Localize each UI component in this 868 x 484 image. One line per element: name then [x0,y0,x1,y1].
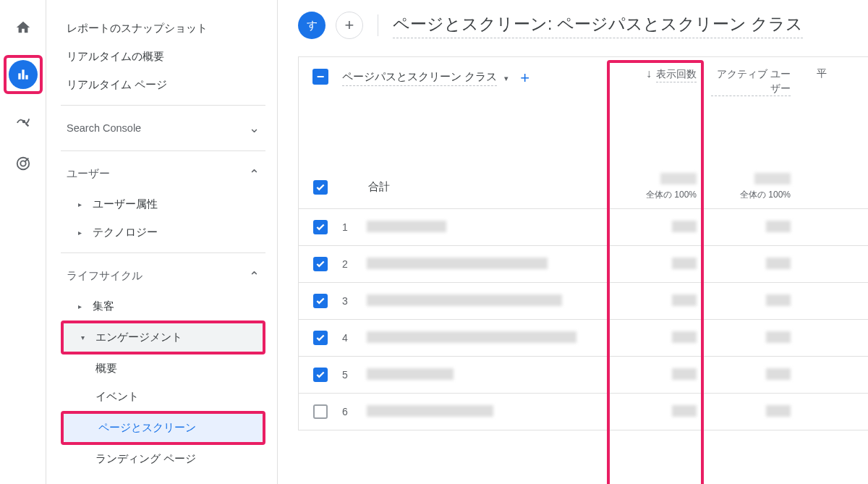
total-label: 合計 [342,180,610,194]
row-metric-2 [704,368,798,382]
home-icon[interactable] [9,13,38,42]
svg-point-3 [22,121,25,123]
section-search-console[interactable]: Search Console ⌄ [61,111,265,145]
main-content: す + ページとスクリーン: ページパスとスクリーン クラス − ページパスとス… [278,0,868,484]
table-row: 5 [299,357,868,394]
segment-chip[interactable]: す [298,12,326,39]
dropdown-caret-icon: ▾ [504,74,509,83]
nav-snapshot[interactable]: レポートのスナップショット [61,14,265,43]
row-checkbox[interactable] [313,257,328,271]
row-dimension[interactable] [367,405,610,419]
table-body: 123456 [299,209,868,430]
chevron-up-icon: ⌄ [249,166,260,182]
table-row: 3 [299,283,868,320]
row-metric-2 [704,221,798,234]
row-metric-2 [704,258,798,271]
row-index: 1 [342,221,367,233]
add-segment-button[interactable]: + [336,12,363,39]
row-dimension[interactable] [367,221,610,234]
title-bar: す + ページとスクリーン: ページパスとスクリーン クラス [278,0,868,56]
nav-overview[interactable]: 概要 [61,354,265,383]
sidebar: レポートのスナップショット リアルタイムの概要 リアルタイム ページ Searc… [46,0,278,484]
total-row: 合計 全体の 100% 全体の 100% [299,173,868,201]
highlight-box [607,60,704,484]
triangle-right-icon: ▸ [78,302,85,310]
triangle-right-icon: ▸ [78,200,85,208]
section-lifecycle[interactable]: ライフサイクル ⌄ [61,259,265,292]
nav-rail [0,0,46,484]
row-checkbox[interactable] [313,331,328,345]
row-index: 6 [342,406,367,417]
row-index: 4 [342,332,367,344]
row-checkbox[interactable] [313,220,328,234]
metric-partial-header: 平 [798,67,827,80]
row-dimension[interactable] [367,368,610,382]
section-label: Search Console [67,122,141,134]
row-dimension[interactable] [367,294,610,308]
row-index: 2 [342,258,367,270]
table-header: − ページパスとスクリーン クラス ▾ + ↓ 表示回数 アクティブ ユーザー … [299,57,868,209]
row-index: 3 [342,295,367,307]
row-metric-2 [704,294,798,308]
page-title: ページとスクリーン: ページパスとスクリーン クラス [393,13,803,38]
row-checkbox[interactable] [313,404,328,419]
nav-engagement[interactable]: ▾ エンゲージメント [64,323,263,352]
nav-acquisition[interactable]: ▸ 集客 [61,292,265,320]
chevron-up-icon: ⌄ [249,268,260,284]
svg-point-5 [20,161,25,166]
section-label: ライフサイクル [67,269,142,283]
table-row: 4 [299,320,868,357]
table-row: 6 [299,394,868,430]
explore-icon[interactable] [9,107,38,136]
row-dimension[interactable] [367,258,610,271]
total-metric-1: 全体の 100% [610,173,704,201]
row-dimension[interactable] [367,331,610,345]
row-checkbox[interactable] [313,368,328,382]
triangle-right-icon: ▸ [78,229,85,237]
metric-active-users-header[interactable]: アクティブ ユーザー [704,67,798,96]
nav-landing[interactable]: ランディング ページ [61,445,265,473]
total-metric-2: 全体の 100% [704,173,798,201]
nav-events[interactable]: イベント [61,383,265,411]
total-checkbox[interactable] [313,180,328,195]
dimension-selector[interactable]: ページパスとスクリーン クラス ▾ + [342,67,610,88]
row-checkbox[interactable] [313,294,328,308]
section-label: ユーザー [67,167,110,181]
nav-user-attributes[interactable]: ▸ ユーザー属性 [61,190,265,218]
chevron-down-icon: ⌄ [249,120,260,136]
section-user[interactable]: ユーザー ⌄ [61,157,265,190]
advertising-icon[interactable] [9,149,38,178]
table-row: 2 [299,246,868,283]
row-metric-2 [704,405,798,419]
triangle-down-icon: ▾ [81,334,88,341]
row-index: 5 [342,369,367,381]
separator [378,14,378,36]
reports-icon[interactable] [9,60,38,89]
nav-realtime-page[interactable]: リアルタイム ページ [61,71,265,99]
row-metric-2 [704,331,798,345]
nav-pages-screens[interactable]: ページとスクリーン [64,414,263,442]
svg-rect-2 [25,75,27,80]
data-table: − ページパスとスクリーン クラス ▾ + ↓ 表示回数 アクティブ ユーザー … [298,56,868,430]
nav-realtime-overview[interactable]: リアルタイムの概要 [61,43,265,71]
svg-rect-0 [18,73,20,79]
select-all-checkbox[interactable]: − [312,69,328,85]
svg-rect-1 [22,69,24,79]
add-dimension-button[interactable]: + [520,69,529,88]
table-row: 1 [299,209,868,246]
nav-technology[interactable]: ▸ テクノロジー [61,218,265,247]
